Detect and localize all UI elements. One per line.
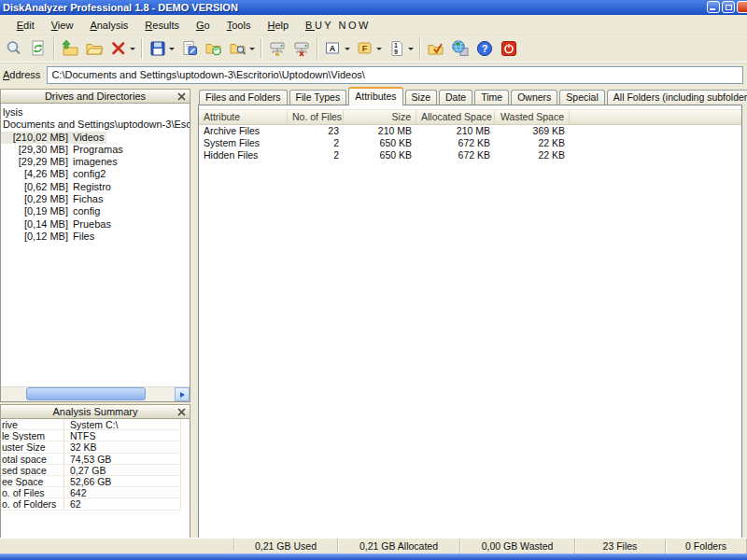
column-header-wasted-space[interactable]: Wasted Space <box>495 110 570 124</box>
svg-text:?: ? <box>482 43 488 54</box>
tab-time[interactable]: Time <box>474 90 509 105</box>
column-header-no-of-files[interactable]: No. of Files <box>288 110 344 124</box>
tree-item-imagenes[interactable]: [29,29 MB]imagenes <box>1 156 190 168</box>
close-panel-icon[interactable] <box>176 91 187 102</box>
status-bar: 0,21 GB Used 0,21 GB Allocated 0,00 GB W… <box>0 538 747 553</box>
edit-report-icon[interactable] <box>177 36 202 61</box>
drives-panel-header: Drives and Directories <box>0 89 190 104</box>
status-files: 23 Files <box>575 539 666 553</box>
window-title: DiskAnalyzer Professional 1.8 - DEMO VER… <box>3 2 238 13</box>
folder-find-icon[interactable] <box>226 36 258 61</box>
exit-icon[interactable] <box>497 36 521 61</box>
directory-tree: lysis Documents and Settings\uptodown-3\… <box>0 104 190 402</box>
tab-owners[interactable]: Owners <box>511 90 557 105</box>
folder-refresh-icon[interactable] <box>202 36 226 61</box>
toolbar-separator <box>53 38 55 59</box>
tab-file-types[interactable]: File Types <box>289 90 347 105</box>
status-folders: 0 Folders <box>666 539 747 553</box>
search-icon[interactable] <box>2 36 26 61</box>
table-row[interactable]: System Files 2 650 KB 672 KB 22 KB <box>199 137 741 149</box>
sort-folder-dropdown-arrow[interactable] <box>376 48 382 50</box>
minimize-button[interactable] <box>707 1 720 13</box>
sort-alpha-dropdown-arrow[interactable] <box>345 48 350 50</box>
web-icon[interactable] <box>448 36 472 61</box>
menu-file[interactable]: File <box>0 18 8 33</box>
tree-horizontal-scrollbar[interactable] <box>1 386 190 401</box>
tab-size[interactable]: Size <box>405 90 437 105</box>
menu-buy-now[interactable]: BUY NOW <box>297 18 379 33</box>
folder-find-dropdown-arrow[interactable] <box>249 48 255 50</box>
disconnect-network-drive-icon[interactable] <box>289 36 314 61</box>
refresh-report-icon[interactable] <box>26 36 50 61</box>
tree-item-fichas[interactable]: [0,29 MB]Fichas <box>1 193 190 205</box>
delete-dropdown-arrow[interactable] <box>130 48 135 50</box>
tab-all-folders[interactable]: All Folders (including subfolders) <box>607 90 747 105</box>
menu-tools[interactable]: Tools <box>218 18 260 33</box>
tree-item-pruebas[interactable]: [0,14 MB]Pruebas <box>1 218 190 231</box>
table-header-row: Attribute No. of Files Size Allocated Sp… <box>199 109 741 125</box>
help-icon[interactable]: ? <box>472 36 497 61</box>
toolbar-separator <box>261 38 262 59</box>
address-input[interactable]: C:\Documents and Settings\uptodown-3\Esc… <box>47 66 743 84</box>
folder-check-icon[interactable] <box>424 36 448 61</box>
scrollbar-thumb[interactable] <box>26 387 146 400</box>
summary-row: sed space0,27 GB <box>1 465 181 476</box>
app-window: DiskAnalyzer Professional 1.8 - DEMO VER… <box>0 0 747 560</box>
column-header-allocated-space[interactable]: Allocated Space <box>416 110 495 124</box>
toolbar-separator <box>317 38 318 59</box>
summary-panel-header: Analysis Summary <box>0 404 190 419</box>
tree-item-programas[interactable]: [29,30 MB]Programas <box>1 144 190 156</box>
svg-text:9: 9 <box>394 49 398 55</box>
column-header-filler <box>570 110 741 124</box>
scrollbar-right-arrow[interactable] <box>175 387 190 401</box>
tree-item-videos[interactable]: [210,02 MB]Videos <box>1 132 190 144</box>
menu-go[interactable]: Go <box>188 18 218 33</box>
close-button[interactable] <box>737 1 747 13</box>
summary-row: ee Space52,66 GB <box>1 476 181 487</box>
tree-item-path-root[interactable]: Documents and Settings\uptodown-3\Escrit… <box>1 119 190 131</box>
maximize-button[interactable] <box>722 1 735 13</box>
sort-folder-icon[interactable]: F <box>353 36 385 61</box>
scrollbar-track[interactable] <box>1 387 175 401</box>
tab-files-and-folders[interactable]: Files and Folders <box>199 90 288 105</box>
tree-item-config[interactable]: [0,19 MB]config <box>1 205 190 217</box>
table-row[interactable]: Hidden Files 2 650 KB 672 KB 22 KB <box>199 149 741 161</box>
attributes-table: Attribute No. of Files Size Allocated Sp… <box>198 105 742 539</box>
menu-results[interactable]: Results <box>136 18 188 33</box>
summary-row: otal space74,53 GB <box>1 454 181 465</box>
menu-analysis[interactable]: Analysis <box>81 18 136 33</box>
sort-numeric-icon[interactable]: 19 <box>385 36 416 61</box>
analysis-summary-table: riveSystem C:\ le SystemNTFS uster Size3… <box>0 419 190 539</box>
table-row[interactable]: Archive Files 23 210 MB 210 MB 369 KB <box>199 125 741 137</box>
summary-panel-title: Analysis Summary <box>52 406 137 417</box>
folder-up-icon[interactable] <box>58 36 82 61</box>
column-header-attribute[interactable]: Attribute <box>199 110 288 124</box>
delete-icon[interactable] <box>106 36 138 61</box>
tree-item-config2[interactable]: [4,26 MB]config2 <box>1 168 190 180</box>
toolbar-separator <box>419 38 421 59</box>
close-panel-icon[interactable] <box>176 407 187 417</box>
menu-view[interactable]: View <box>43 18 82 33</box>
sort-numeric-dropdown-arrow[interactable] <box>408 48 414 50</box>
svg-text:F: F <box>362 44 368 53</box>
window-controls <box>707 1 747 13</box>
tab-special[interactable]: Special <box>559 90 604 105</box>
svg-text:A: A <box>330 44 336 53</box>
save-icon[interactable] <box>146 36 177 61</box>
menu-help[interactable]: Help <box>259 18 297 33</box>
tree-item-analysis-root[interactable]: lysis <box>1 104 190 119</box>
map-network-drive-icon[interactable] <box>265 36 289 61</box>
column-header-size[interactable]: Size <box>344 110 416 124</box>
drives-panel-title: Drives and Directories <box>45 91 146 102</box>
menu-edit[interactable]: Edit <box>8 18 43 33</box>
main-area: Files and Folders File Types Attributes … <box>198 87 742 539</box>
save-dropdown-arrow[interactable] <box>169 48 175 50</box>
tab-attributes[interactable]: Attributes <box>348 87 402 105</box>
svg-text:1: 1 <box>394 42 398 49</box>
tab-date[interactable]: Date <box>439 90 472 105</box>
sort-alpha-icon[interactable]: A <box>321 36 353 61</box>
tree-item-files[interactable]: [0,12 MB]Files <box>1 231 190 243</box>
tree-item-registro[interactable]: [0,62 MB]Registro <box>1 181 190 193</box>
title-bar: DiskAnalyzer Professional 1.8 - DEMO VER… <box>0 0 747 15</box>
folder-open-icon[interactable] <box>82 36 106 61</box>
